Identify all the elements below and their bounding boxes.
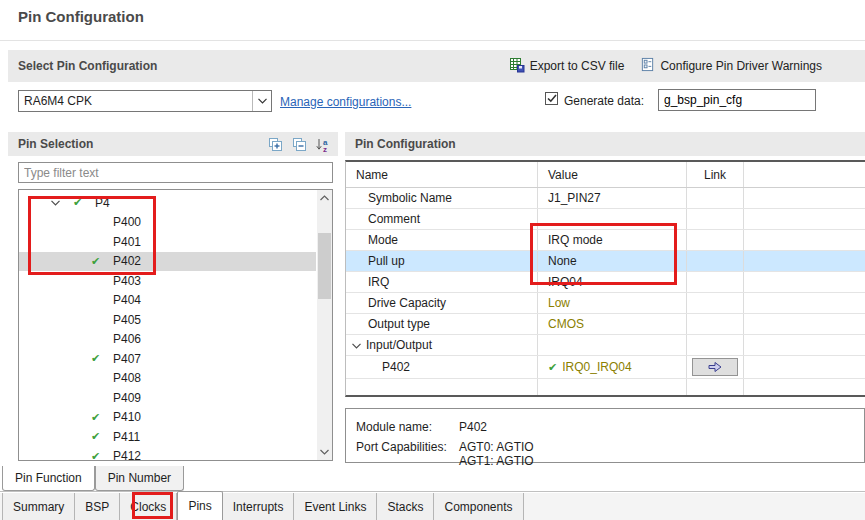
tree-item-label: P401	[113, 235, 141, 249]
editor-tab-bar: Summary BSP Clocks Pins Interrupts Event…	[0, 493, 865, 520]
tree-item-p411[interactable]: ✔ P411	[19, 427, 316, 447]
tree-item-p403[interactable]: P403	[19, 271, 316, 291]
table-row-input-output[interactable]: Input/Output	[346, 335, 865, 356]
tab-summary[interactable]: Summary	[2, 493, 75, 520]
top-toolbar: Export to CSV file Configure Pin Driver …	[509, 50, 822, 82]
module-info-box: Module name: P402 Port Capabilities: AGT…	[345, 408, 865, 463]
goto-link-button[interactable]	[692, 358, 738, 376]
collapse-all-icon[interactable]	[291, 136, 308, 153]
tab-pin-function[interactable]: Pin Function	[2, 466, 95, 491]
svg-text:z: z	[323, 144, 327, 152]
tab-stacks[interactable]: Stacks	[377, 493, 434, 520]
tab-pin-number[interactable]: Pin Number	[95, 466, 184, 491]
pin-configuration-dropdown[interactable]: RA6M4 CPK	[18, 90, 272, 112]
tree-item-label: P411	[113, 430, 140, 444]
tab-clocks[interactable]: Clocks	[120, 493, 177, 520]
tree-item-label: P408	[113, 371, 141, 385]
right-arrow-icon	[707, 361, 723, 373]
chevron-down-icon[interactable]	[352, 338, 361, 352]
tab-components[interactable]: Components	[434, 493, 523, 520]
export-csv-button[interactable]: Export to CSV file	[509, 57, 625, 76]
pin-configuration-panel-header: Pin Configuration	[345, 132, 865, 156]
manage-configurations-link[interactable]: Manage configurations...	[280, 95, 411, 109]
export-csv-label: Export to CSV file	[530, 59, 625, 73]
tree-item-label: P400	[113, 215, 141, 229]
scroll-down-icon[interactable]	[317, 444, 332, 460]
tree-item-label: P404	[113, 293, 141, 307]
title-separator	[0, 40, 865, 41]
checkmark-icon: ✔	[91, 255, 113, 268]
table-row-pull-up[interactable]: Pull up None	[346, 251, 865, 272]
tree-item-label: P412	[113, 449, 141, 461]
pin-selection-tree: ✔ P4 P400 P401 ✔ P402 P403 P404 P405 P40…	[18, 189, 333, 461]
chevron-down-icon[interactable]	[51, 200, 73, 206]
configure-warnings-label: Configure Pin Driver Warnings	[660, 59, 822, 73]
tree-item-p410[interactable]: ✔ P410	[19, 408, 316, 428]
tree-item-label: P406	[113, 332, 141, 346]
tree-item-p401[interactable]: P401	[19, 232, 316, 252]
pin-selection-header: Pin Selection az	[8, 132, 338, 156]
tree-item-p405[interactable]: P405	[19, 310, 316, 330]
generate-data-input[interactable]	[658, 89, 816, 111]
checkmark-icon: ✔	[91, 411, 113, 424]
pin-configuration-dropdown-value: RA6M4 CPK	[19, 94, 252, 108]
tree-item-p400[interactable]: P400	[19, 213, 316, 233]
table-row-comment[interactable]: Comment	[346, 209, 865, 230]
port-capability-value: AGT0: AGTIO	[459, 440, 534, 454]
generate-data-checkbox[interactable]	[545, 92, 558, 105]
tree-item-p407[interactable]: ✔ P407	[19, 349, 316, 369]
tree-item-p409[interactable]: P409	[19, 388, 316, 408]
tree-item-label: P405	[113, 313, 141, 327]
select-pin-configuration-bar: Select Pin Configuration Export to CSV f…	[8, 50, 865, 82]
page-title: Pin Configuration	[18, 8, 144, 25]
tree-item-p412[interactable]: ✔ P412	[19, 447, 316, 462]
sort-alphabetical-icon[interactable]: az	[315, 136, 332, 153]
checkmark-icon: ✔	[91, 352, 113, 365]
tree-item-label: P4	[95, 196, 110, 210]
tree-item-label: P403	[113, 274, 141, 288]
checkmark-icon: ✔	[91, 430, 113, 443]
scroll-up-icon[interactable]	[317, 190, 332, 206]
tree-item-label: P409	[113, 391, 141, 405]
tree-item-label: P410	[113, 410, 141, 424]
column-header-link: Link	[687, 162, 744, 187]
module-name-value: P402	[459, 420, 487, 434]
tree-item-p404[interactable]: P404	[19, 291, 316, 311]
checkmark-icon: ✔	[91, 450, 113, 461]
table-row-symbolic-name[interactable]: Symbolic Name J1_PIN27	[346, 188, 865, 209]
tab-pins[interactable]: Pins	[177, 491, 222, 520]
tab-event-links[interactable]: Event Links	[294, 493, 377, 520]
table-row-drive-capacity[interactable]: Drive Capacity Low	[346, 293, 865, 314]
tree-rows: ✔ P4 P400 P401 ✔ P402 P403 P404 P405 P40…	[19, 193, 316, 461]
table-row-empty[interactable]	[346, 379, 865, 395]
table-header-row: Name Value Link	[346, 162, 865, 188]
pin-filter-input[interactable]	[18, 162, 333, 183]
tree-item-label: P407	[113, 352, 141, 366]
column-header-value: Value	[538, 162, 687, 187]
pin-selection-toolbar: az	[267, 132, 332, 156]
tree-item-p4[interactable]: ✔ P4	[19, 193, 316, 213]
tree-scrollbar[interactable]	[317, 190, 332, 460]
table-row-mode[interactable]: Mode IRQ mode	[346, 230, 865, 251]
table-row-output-type[interactable]: Output type CMOS	[346, 314, 865, 335]
tab-bsp[interactable]: BSP	[75, 493, 120, 520]
table-row-irq[interactable]: IRQ IRQ04	[346, 272, 865, 293]
chevron-down-icon	[252, 91, 271, 111]
configure-pin-driver-warnings-button[interactable]: Configure Pin Driver Warnings	[640, 57, 822, 75]
checkmark-icon: ✔	[73, 196, 95, 209]
module-name-label: Module name:	[356, 420, 459, 434]
pin-configuration-panel-title: Pin Configuration	[355, 137, 456, 151]
select-pin-configuration-title: Select Pin Configuration	[18, 59, 157, 73]
checkmark-icon: ✔	[548, 361, 557, 374]
expand-all-icon[interactable]	[267, 136, 284, 153]
generate-data-label: Generate data:	[564, 94, 644, 108]
tree-item-p408[interactable]: P408	[19, 369, 316, 389]
table-row-p402[interactable]: P402 ✔ IRQ0_IRQ04	[346, 356, 865, 379]
scrollbar-thumb[interactable]	[318, 233, 331, 299]
tree-item-p406[interactable]: P406	[19, 330, 316, 350]
tab-interrupts[interactable]: Interrupts	[223, 493, 295, 520]
export-csv-icon	[509, 57, 525, 76]
configure-warnings-icon	[640, 57, 655, 75]
tree-item-p402[interactable]: ✔ P402	[19, 252, 316, 272]
column-header-name: Name	[346, 162, 538, 187]
